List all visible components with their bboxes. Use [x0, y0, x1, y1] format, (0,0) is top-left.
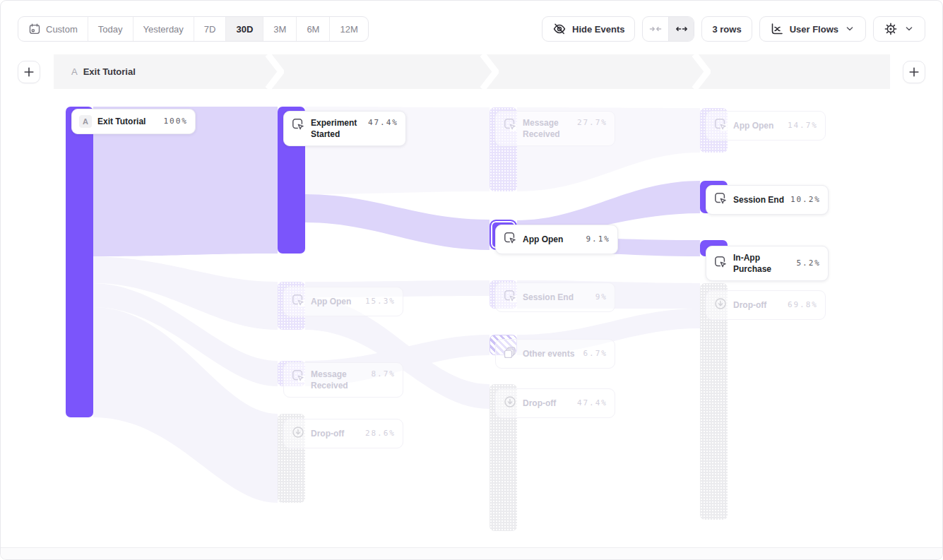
event-icon	[291, 369, 305, 386]
spacing-toggle	[642, 16, 694, 42]
node-value: 69.8%	[788, 299, 818, 311]
event-icon	[713, 191, 728, 208]
horizontal-scroll-track[interactable]	[1, 547, 942, 559]
step-chevron-icon	[480, 54, 499, 89]
card-other-events-step3[interactable]: Other events 6.7%	[495, 339, 615, 369]
rows-button[interactable]: 3 rows	[701, 16, 752, 42]
date-range-label: Custom	[46, 24, 78, 35]
row-letter: A	[71, 66, 78, 77]
toolbar: Custom Today Yesterday 7D 30D 3M 6M 12M …	[18, 16, 925, 42]
row-letter-badge: A	[79, 115, 92, 128]
card-session-end-step4[interactable]: Session End 10.2%	[706, 185, 829, 215]
arrows-collapse-icon	[648, 22, 663, 36]
date-range-6m[interactable]: 6M	[297, 17, 330, 41]
date-range-label: 7D	[204, 24, 216, 35]
eye-off-icon	[552, 22, 567, 36]
node-label: App Open	[733, 120, 773, 131]
event-icon	[713, 117, 728, 134]
event-icon	[503, 231, 517, 248]
node-label: Session End	[523, 292, 574, 303]
hide-events-label: Hide Events	[572, 24, 624, 35]
date-range-3m[interactable]: 3M	[263, 17, 297, 41]
node-label: Experiment Started	[311, 117, 362, 140]
date-range-yesterday[interactable]: Yesterday	[134, 17, 194, 41]
node-label: Other events	[523, 348, 574, 359]
expand-columns-button[interactable]	[668, 17, 694, 41]
card-app-open-step3[interactable]: App Open 9.1%	[495, 225, 618, 254]
node-value: 27.7%	[577, 117, 607, 129]
calendar-icon	[28, 23, 41, 35]
card-in-app-purchase-step4[interactable]: In-App Purchase 5.2%	[706, 246, 829, 281]
card-session-end-step3[interactable]: Session End 9%	[495, 282, 615, 312]
drop-off-icon	[503, 395, 517, 412]
date-range-control: Custom Today Yesterday 7D 30D 3M 6M 12M	[18, 16, 369, 42]
drop-off-icon	[713, 297, 728, 314]
date-range-today[interactable]: Today	[88, 17, 134, 41]
card-exit-tutorial[interactable]: A Exit Tutorial 100%	[71, 109, 196, 134]
rows-label: 3 rows	[712, 24, 741, 35]
collapse-columns-button[interactable]	[643, 17, 668, 41]
node-label: App Open	[311, 296, 351, 307]
view-selector[interactable]: User Flows	[759, 16, 866, 42]
user-flows-page: Custom Today Yesterday 7D 30D 3M 6M 12M …	[0, 0, 943, 560]
card-app-open-step2[interactable]: App Open 15.3%	[283, 287, 403, 316]
node-exit-tutorial[interactable]	[66, 107, 93, 417]
settings-menu[interactable]	[873, 16, 925, 42]
user-flows-icon	[770, 22, 784, 36]
date-range-label: Yesterday	[143, 24, 184, 35]
date-range-label: 6M	[307, 24, 319, 35]
card-drop-off-step2[interactable]: Drop-off 28.6%	[283, 419, 403, 448]
step-chevron-icon	[266, 54, 284, 89]
node-value: 6.7%	[583, 348, 608, 359]
node-value: 15.3%	[365, 296, 396, 307]
node-label: Session End	[733, 194, 784, 205]
card-experiment-started[interactable]: Experiment Started 47.4%	[283, 111, 406, 146]
node-value: 10.2%	[790, 194, 821, 205]
card-drop-off-step3[interactable]: Drop-off 47.4%	[495, 388, 615, 418]
date-range-label: Today	[98, 24, 123, 35]
arrows-expand-icon	[675, 22, 689, 36]
node-value: 14.7%	[788, 120, 818, 131]
flow-row-label: A Exit Tutorial	[54, 66, 136, 77]
node-label: Drop-off	[523, 398, 556, 409]
node-value: 5.2%	[797, 258, 822, 269]
node-label: In-App Purchase	[733, 252, 791, 275]
date-range-custom[interactable]: Custom	[18, 17, 88, 41]
card-message-received-step2[interactable]: Message Received 8.7%	[283, 362, 403, 398]
node-label: Drop-off	[733, 299, 766, 311]
node-label: Exit Tutorial	[97, 116, 146, 127]
node-label: Drop-off	[311, 428, 344, 439]
card-drop-off-step4[interactable]: Drop-off 69.8%	[706, 290, 826, 320]
flow-row-band: A Exit Tutorial	[54, 54, 890, 89]
chevron-down-icon	[844, 23, 855, 35]
layers-icon	[503, 345, 517, 362]
card-app-open-step4[interactable]: App Open 14.7%	[706, 111, 826, 141]
add-step-button[interactable]	[903, 61, 925, 83]
flow-header: A Exit Tutorial	[18, 54, 925, 89]
node-value: 9%	[595, 292, 607, 303]
node-label: Message Received	[523, 117, 571, 140]
date-range-12m[interactable]: 12M	[330, 17, 367, 41]
sankey-canvas: A Exit Tutorial 100% Experiment Started …	[1, 91, 943, 548]
event-icon	[291, 293, 305, 310]
add-row-button[interactable]	[18, 61, 40, 83]
node-label: Message Received	[311, 369, 366, 391]
card-message-received-step3[interactable]: Message Received 27.7%	[495, 111, 615, 146]
date-range-30d[interactable]: 30D	[226, 17, 263, 41]
event-icon	[503, 289, 517, 306]
chevron-down-icon	[903, 23, 915, 35]
event-icon	[713, 255, 728, 272]
hide-events-button[interactable]: Hide Events	[542, 16, 635, 42]
node-value: 8.7%	[372, 369, 396, 380]
toolbar-right: Hide Events 3 rows User Flows	[542, 16, 925, 42]
node-value: 100%	[164, 116, 189, 127]
step-chevron-icon	[692, 54, 711, 89]
date-range-7d[interactable]: 7D	[194, 17, 227, 41]
drop-off-icon	[291, 425, 305, 442]
node-value: 47.4%	[368, 117, 398, 129]
date-range-label: 12M	[340, 24, 357, 35]
node-value: 9.1%	[586, 234, 611, 245]
view-selector-label: User Flows	[790, 24, 838, 35]
event-icon	[291, 117, 305, 134]
node-value: 28.6%	[365, 428, 396, 439]
